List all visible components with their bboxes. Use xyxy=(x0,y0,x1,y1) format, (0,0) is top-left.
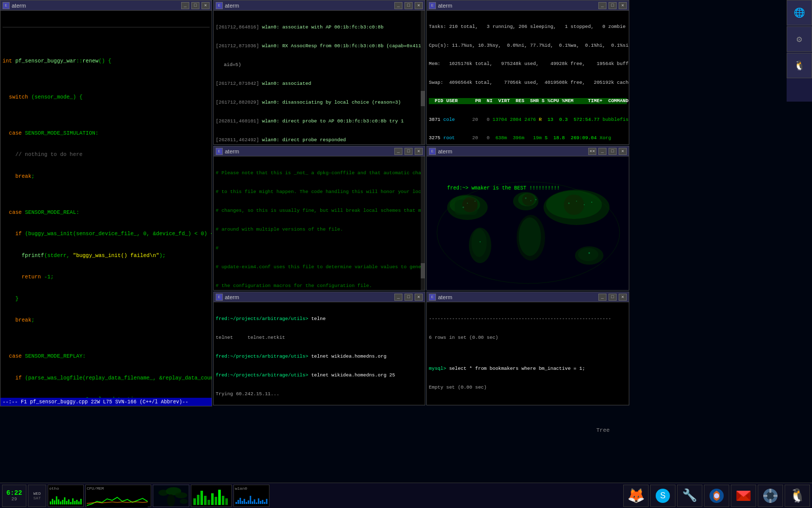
svg-rect-72 xyxy=(248,500,249,504)
svg-point-6 xyxy=(471,229,487,257)
sidebar-icon-2[interactable]: ⚙ xyxy=(787,26,812,52)
wlan-close[interactable]: ✕ xyxy=(415,2,423,9)
svg-rect-37 xyxy=(62,500,63,504)
emacs-statusbar: --:-- F1 pf_sensor_buggy.cpp 22W L75 SVN… xyxy=(1,398,212,406)
wlan-content[interactable]: [261712,864816] wlan0: associate with AP… xyxy=(214,11,425,144)
taskbar-evolution-btn[interactable] xyxy=(731,485,756,507)
sidebar-icon-3[interactable]: 🐧 xyxy=(787,53,812,78)
svg-rect-39 xyxy=(66,501,67,504)
worldmap-minimize[interactable]: _ xyxy=(598,148,606,155)
telnet-title: aterm xyxy=(225,294,392,300)
telnet-close[interactable]: ✕ xyxy=(415,294,423,301)
svg-rect-76 xyxy=(256,502,257,504)
worldmap-terminal: E aterm ✕✕ _ □ ✕ fred:~> wmaker is the B… xyxy=(426,146,629,291)
taskbar-skype-btn[interactable]: S xyxy=(650,485,675,507)
htop-summary-3: Mem: 1025176k total, 975248k used, 49928… xyxy=(429,61,627,67)
worldmap-extra[interactable]: ✕✕ xyxy=(588,148,596,155)
svg-rect-74 xyxy=(252,501,253,504)
svg-point-24 xyxy=(591,202,592,203)
exim-icon: E xyxy=(216,148,223,155)
svg-rect-93 xyxy=(769,499,771,503)
taskbar-firefox-btn[interactable]: 🦊 xyxy=(623,485,649,507)
svg-point-20 xyxy=(535,199,536,200)
sidebar-icon-1[interactable]: 🌐 xyxy=(787,0,812,25)
svg-rect-80 xyxy=(264,502,265,504)
thumb-map-svg xyxy=(153,485,189,506)
exim-maximize[interactable]: □ xyxy=(404,148,413,155)
exim-minimize[interactable]: _ xyxy=(394,148,402,155)
svg-rect-43 xyxy=(74,501,76,504)
mysql-icon: E xyxy=(429,294,436,301)
emacs-title: aterm xyxy=(12,3,179,9)
svg-rect-81 xyxy=(266,499,267,504)
emacs-content[interactable]: int pf_sensor_buggy_war::renew() { switc… xyxy=(1,11,212,398)
wlan-maximize[interactable]: □ xyxy=(404,2,413,9)
svg-rect-68 xyxy=(240,498,241,504)
svg-rect-32 xyxy=(52,499,53,504)
telnet-content[interactable]: fred:~/projects/arbitrage/utils> telne t… xyxy=(214,302,425,405)
skype-icon: S xyxy=(655,488,671,504)
emacs-close[interactable]: ✕ xyxy=(201,2,210,9)
emacs-status-text: --:-- F1 pf_sensor_buggy.cpp 22W L75 SVN… xyxy=(3,399,188,405)
taskbar-date: WED SAT xyxy=(28,485,46,507)
htop-titlebar: E aterm _ □ ✕ xyxy=(427,1,629,11)
telnet-minimize[interactable]: _ xyxy=(394,294,402,301)
emacs-minimize[interactable]: _ xyxy=(181,2,189,9)
worldmap-icon: E xyxy=(429,148,436,155)
htop-row-2: 3275 root 20 0 638m 396m 19m S 18.8 269:… xyxy=(429,135,627,141)
worldmap-titlebar: E aterm ✕✕ _ □ ✕ xyxy=(427,146,629,156)
worldmap-content[interactable]: fred:~> wmaker is the BEST !!!!!!!!!! xyxy=(427,156,629,290)
htop-summary-4: Swap: 4096564k total, 77056k used, 40195… xyxy=(429,80,627,86)
svg-point-91 xyxy=(766,492,774,500)
htop-close[interactable]: ✕ xyxy=(619,2,627,9)
emacs-icon: E xyxy=(3,2,10,9)
taskbar-system-btn[interactable]: 🔧 xyxy=(677,485,702,507)
svg-rect-47 xyxy=(87,491,148,507)
exim-close[interactable]: ✕ xyxy=(415,148,423,155)
exim-content[interactable]: # Please note that this is _not_ a dpkg-… xyxy=(214,156,425,290)
telnet-terminal: E aterm _ □ ✕ fred:~/projects/arbitrage/… xyxy=(213,292,425,405)
svg-rect-41 xyxy=(70,502,72,504)
mysql-minimize[interactable]: _ xyxy=(598,294,606,301)
htop-minimize[interactable]: _ xyxy=(598,2,606,9)
worldmap-close[interactable]: ✕ xyxy=(619,148,627,155)
date-sat: SAT xyxy=(33,496,41,500)
htop-terminal: E aterm _ □ ✕ Tasks: 210 total, 3 runnin… xyxy=(426,0,629,145)
svg-rect-70 xyxy=(244,499,245,504)
svg-rect-35 xyxy=(58,499,59,504)
taskbar-bargraph xyxy=(191,485,232,507)
htop-content[interactable]: Tasks: 210 total, 3 running, 206 sleepin… xyxy=(427,11,629,144)
svg-rect-36 xyxy=(60,501,61,504)
svg-rect-55 xyxy=(193,498,196,505)
taskbar-thumb-1[interactable] xyxy=(153,485,189,507)
svg-rect-61 xyxy=(215,497,217,505)
wlan-title: aterm xyxy=(225,3,392,9)
svg-rect-33 xyxy=(54,500,55,504)
mysql-maximize[interactable]: □ xyxy=(608,294,617,301)
telnet-maximize[interactable]: □ xyxy=(404,294,413,301)
mysql-close[interactable]: ✕ xyxy=(619,294,627,301)
svg-point-10 xyxy=(519,217,541,256)
emacs-maximize[interactable]: □ xyxy=(191,2,199,9)
worldmap-prompt: fred:~> wmaker is the BEST !!!!!!!!!! xyxy=(447,185,560,191)
svg-rect-75 xyxy=(254,499,255,504)
mysql-titlebar: E aterm _ □ ✕ xyxy=(427,292,629,302)
svg-rect-66 xyxy=(235,502,237,504)
worldmap-maximize[interactable]: □ xyxy=(608,148,617,155)
mysql-content[interactable]: ----------------------------------------… xyxy=(427,302,629,405)
svg-point-53 xyxy=(180,499,188,504)
svg-rect-73 xyxy=(250,496,251,504)
taskbar-cpu-mem: CPU/MEM xyxy=(85,485,151,507)
taskbar-thunderbird-btn[interactable] xyxy=(704,485,729,507)
svg-point-26 xyxy=(589,252,590,254)
svg-point-14 xyxy=(578,248,598,261)
svg-rect-60 xyxy=(211,493,214,505)
taskbar-tool-btn[interactable] xyxy=(758,485,783,507)
htop-maximize[interactable]: □ xyxy=(608,2,617,9)
emacs-titlebar: E aterm _ □ ✕ xyxy=(1,1,212,11)
svg-point-27 xyxy=(462,197,478,212)
exim-title: aterm xyxy=(225,148,392,154)
svg-point-51 xyxy=(175,492,187,498)
taskbar-gimp-btn[interactable]: 🐧 xyxy=(785,485,810,507)
wlan-minimize[interactable]: _ xyxy=(394,2,402,9)
